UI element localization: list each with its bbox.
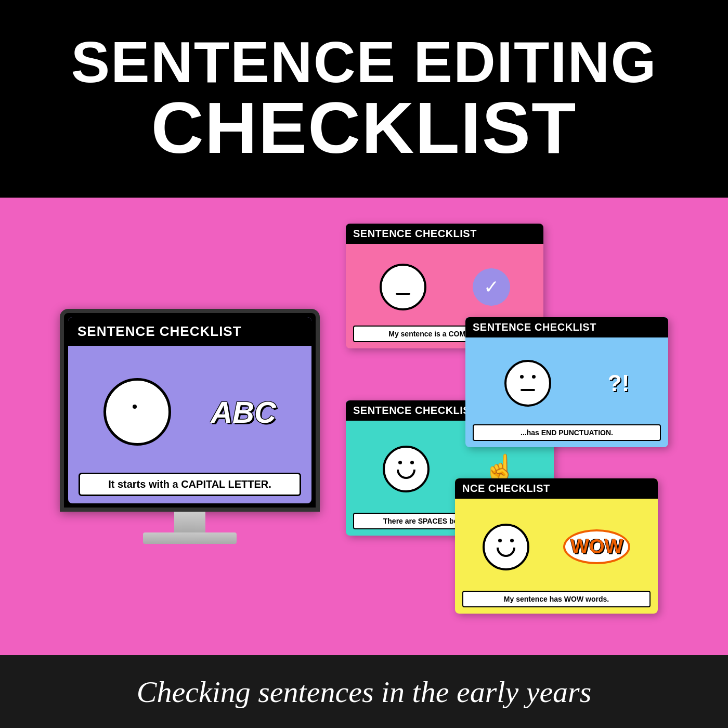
check-bubble: ✓ <box>473 268 510 306</box>
title-line2: CHECKLIST <box>151 92 577 164</box>
monitor-abc: ABC <box>211 395 276 430</box>
card-1-body: ✓ <box>346 244 543 326</box>
card-1-face <box>380 264 426 310</box>
card-2: SENTENCE CHECKLIST ?! ...has END PUNCTUA… <box>465 317 668 447</box>
middle-section: SENTENCE CHECKLIST ABC It starts with a … <box>0 198 728 655</box>
monitor-screen: SENTENCE CHECKLIST ABC It starts with a … <box>60 309 320 512</box>
card-3-face <box>383 446 430 492</box>
face-smile-4 <box>497 548 515 557</box>
monitor-stand-base <box>143 532 237 544</box>
footer-section: Checking sentences in the early years <box>0 655 728 728</box>
monitor-wrapper: SENTENCE CHECKLIST ABC It starts with a … <box>60 309 320 544</box>
card-2-face <box>504 360 551 407</box>
card-2-header: SENTENCE CHECKLIST <box>465 317 668 337</box>
card-1-header: SENTENCE CHECKLIST <box>346 224 543 244</box>
face-eyes-2 <box>520 375 536 379</box>
monitor-dot <box>133 405 137 409</box>
card-2-body: ?! <box>465 337 668 424</box>
title-line1: SENTENCE EDITING <box>71 33 657 92</box>
monitor-circle <box>103 378 171 446</box>
wow-badge: WOW <box>563 529 630 564</box>
card-4-body: WOW <box>455 499 658 591</box>
card-4-caption: My sentence has WOW words. <box>462 591 651 607</box>
face-eyes-4 <box>498 539 514 542</box>
face-neutral-2 <box>521 389 535 391</box>
monitor-body: ABC <box>68 346 311 473</box>
card-4-face <box>483 524 529 570</box>
monitor-inner: SENTENCE CHECKLIST ABC It starts with a … <box>68 317 311 503</box>
monitor-caption: It starts with a CAPITAL LETTER. <box>79 473 301 496</box>
header-section: SENTENCE EDITING CHECKLIST <box>0 0 728 198</box>
monitor-stand-neck <box>174 512 205 532</box>
card-4: NCE CHECKLIST WOW My sentence has WOW wo… <box>455 478 658 614</box>
face-neutral <box>396 293 410 295</box>
cards-area: SENTENCE CHECKLIST ✓ My sentence is a CO… <box>346 224 668 629</box>
monitor-header: SENTENCE CHECKLIST <box>68 317 311 346</box>
face-eyes-3 <box>398 461 414 464</box>
footer-text: Checking sentences in the early years <box>137 674 592 709</box>
card-4-header: NCE CHECKLIST <box>455 478 658 499</box>
question-marks: ?! <box>608 370 630 396</box>
face-smile-3 <box>397 470 415 479</box>
card-2-caption: ...has END PUNCTUATION. <box>473 424 661 441</box>
